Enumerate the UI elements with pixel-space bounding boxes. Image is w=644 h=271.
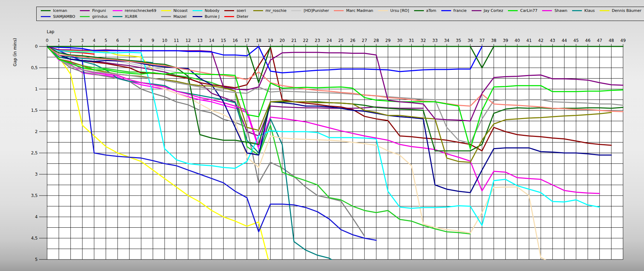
series-name-label: CarLin77 [520, 8, 537, 13]
gap-chart-plot: 0123456789101112131415161718192021222324… [0, 0, 644, 271]
svg-text:13: 13 [197, 38, 202, 43]
grid-lines [47, 46, 623, 259]
series-color-swatch [414, 10, 424, 11]
svg-text:39: 39 [503, 38, 508, 43]
svg-text:33: 33 [432, 38, 437, 43]
series-name-label: XLR8R [125, 14, 137, 19]
svg-text:45: 45 [574, 38, 579, 43]
y-axis: 00,511,522,533,544,55 [31, 44, 47, 262]
svg-text:12: 12 [186, 38, 191, 43]
legend-item: girindus [80, 14, 107, 19]
series-color-swatch [193, 16, 202, 17]
series-name-label: mr_roschie [265, 8, 286, 13]
series-name-label: Burnie J [205, 14, 219, 19]
legend-item: Dieter [224, 14, 248, 19]
series-name-label: Iceman [53, 8, 67, 13]
svg-text:2: 2 [69, 38, 72, 43]
svg-text:0: 0 [46, 38, 48, 43]
x-axis-title: Lap [47, 29, 54, 34]
svg-text:24: 24 [327, 38, 332, 43]
svg-text:2: 2 [35, 129, 38, 134]
svg-text:22: 22 [303, 38, 308, 43]
legend-item: mr_roschie [253, 8, 286, 13]
svg-text:40: 40 [515, 38, 520, 43]
series-name-label: girindus [92, 14, 107, 19]
series-name-label: Marc Madman [346, 8, 373, 13]
svg-text:20: 20 [279, 38, 285, 43]
series-name-label: aTom [426, 8, 436, 13]
series-color-swatch [113, 16, 122, 17]
legend-item: Shawn [542, 8, 567, 13]
series-name-label: Dennis Bäumer [612, 8, 642, 13]
series-color-swatch [41, 10, 51, 11]
svg-text:14: 14 [209, 38, 214, 43]
series-color-swatch [441, 10, 451, 11]
series-color-swatch [41, 16, 51, 17]
svg-text:16: 16 [232, 38, 238, 43]
series-name-label: Klaus [584, 8, 595, 13]
svg-text:8: 8 [140, 38, 143, 43]
series-name-label: Mazzel [173, 14, 187, 19]
svg-text:42: 42 [538, 38, 544, 43]
legend-item: [HD]Punisher [291, 8, 329, 13]
series-color-swatch [600, 10, 609, 11]
legend-item: Mazzel [161, 14, 188, 19]
svg-text:29: 29 [385, 38, 390, 43]
svg-text:9: 9 [151, 38, 154, 43]
chart-legend: Iceman Finguni rennschnecke69 Nicoast No… [36, 7, 644, 21]
svg-text:17: 17 [244, 38, 249, 43]
svg-text:10: 10 [162, 38, 167, 43]
series-name-label: francie [454, 8, 467, 13]
series-color-swatch [224, 10, 234, 11]
svg-text:3: 3 [81, 38, 84, 43]
svg-text:48: 48 [609, 38, 614, 43]
legend-item: Finguni [80, 8, 107, 13]
series-name-label: Shawn [554, 8, 567, 13]
legend-item: Burnie J [193, 14, 219, 19]
series-name-label: Finguni [92, 8, 106, 13]
svg-text:4,5: 4,5 [31, 236, 38, 241]
svg-text:49: 49 [620, 38, 626, 43]
legend-item: Marc Madman [334, 8, 373, 13]
legend-item: Iceman [41, 8, 75, 13]
y-axis-title: Gap (in mins) [13, 38, 17, 66]
svg-text:43: 43 [550, 38, 555, 43]
svg-text:3,5: 3,5 [31, 193, 38, 198]
series-color-swatch [334, 10, 344, 11]
series-color-swatch [472, 10, 481, 11]
svg-text:46: 46 [585, 38, 590, 43]
series-name-label: Jay Cortez [484, 8, 503, 13]
svg-text:34: 34 [444, 38, 449, 43]
series-color-swatch [161, 16, 171, 17]
svg-text:5: 5 [35, 257, 38, 262]
svg-text:41: 41 [526, 38, 532, 43]
svg-text:11: 11 [174, 38, 179, 43]
series-name-label: Nobody [205, 8, 219, 13]
svg-text:27: 27 [362, 38, 367, 43]
svg-text:6: 6 [116, 38, 119, 43]
series-color-swatch [542, 10, 552, 11]
svg-text:28: 28 [374, 38, 379, 43]
legend-item: Ursu [RO] [378, 8, 409, 13]
series-color-swatch [80, 10, 90, 11]
svg-text:5: 5 [105, 38, 107, 43]
svg-text:25: 25 [338, 38, 344, 43]
legend-item: aTom [414, 8, 436, 13]
svg-text:26: 26 [350, 38, 355, 43]
svg-text:23: 23 [315, 38, 320, 43]
legend-item: SIAMJAMBO [41, 14, 75, 19]
x-axis: 0123456789101112131415161718192021222324… [46, 38, 626, 46]
legend-item: Dennis Bäumer [600, 8, 642, 13]
series-color-swatch [193, 10, 202, 11]
svg-text:30: 30 [397, 38, 402, 43]
svg-text:36: 36 [467, 38, 473, 43]
svg-text:32: 32 [421, 38, 426, 43]
legend-item: XLR8R [113, 14, 156, 19]
series-color-swatch [224, 16, 234, 17]
svg-text:0,5: 0,5 [31, 65, 38, 70]
svg-text:2,5: 2,5 [31, 151, 38, 155]
svg-text:4: 4 [93, 38, 96, 43]
legend-item: Nicoast [161, 8, 188, 13]
svg-text:4: 4 [35, 214, 38, 219]
svg-text:1: 1 [35, 87, 38, 91]
